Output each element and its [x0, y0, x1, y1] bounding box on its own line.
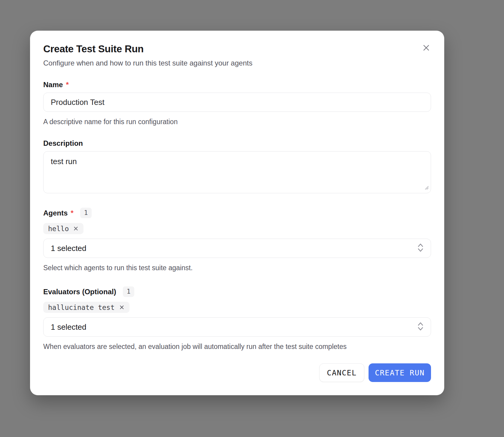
name-required-asterisk: * — [66, 81, 68, 89]
evaluators-chip-row: hallucinate test — [43, 302, 431, 313]
chevron-up-down-icon — [417, 242, 424, 255]
description-field-section: Description test run — [43, 139, 431, 193]
agents-select[interactable]: 1 selected — [43, 239, 431, 258]
name-helper-text: A descriptive name for this run configur… — [43, 118, 431, 126]
name-label: Name — [43, 81, 63, 89]
name-input[interactable] — [43, 93, 431, 112]
description-textarea[interactable]: test run — [43, 151, 431, 193]
create-test-suite-run-dialog: Create Test Suite Run Configure when and… — [30, 31, 444, 395]
close-button[interactable] — [421, 43, 431, 53]
agent-chip-label: hello — [48, 225, 69, 233]
evaluators-label: Evaluators (Optional) — [43, 288, 116, 296]
dialog-subtitle: Configure when and how to run this test … — [43, 59, 431, 67]
cancel-button[interactable]: CANCEL — [319, 363, 364, 382]
agents-field-section: Agents * 1 hello 1 selected — [43, 208, 431, 272]
agents-helper-text: Select which agents to run this test sui… — [43, 264, 431, 272]
description-label: Description — [43, 139, 83, 148]
agents-count-badge: 1 — [80, 208, 92, 218]
evaluators-count-badge: 1 — [123, 286, 135, 297]
chevron-up-down-icon — [417, 321, 424, 333]
evaluator-chip-remove-icon[interactable] — [119, 304, 125, 310]
evaluators-select-value: 1 selected — [51, 322, 87, 332]
evaluators-helper-text: When evaluators are selected, an evaluat… — [43, 343, 431, 351]
evaluator-chip-label: hallucinate test — [48, 304, 115, 311]
agents-label: Agents — [43, 209, 68, 217]
dialog-title: Create Test Suite Run — [43, 43, 431, 55]
agents-select-value: 1 selected — [51, 244, 87, 253]
evaluators-field-section: Evaluators (Optional) 1 hallucinate test… — [43, 286, 431, 351]
agent-chip-remove-icon[interactable] — [73, 226, 79, 231]
agent-chip: hello — [43, 223, 83, 234]
close-icon — [422, 43, 431, 53]
evaluators-select[interactable]: 1 selected — [43, 317, 431, 337]
agents-chip-row: hello — [43, 223, 431, 234]
name-field-section: Name * A descriptive name for this run c… — [43, 81, 431, 126]
dialog-footer: CANCEL CREATE RUN — [43, 363, 431, 382]
agents-required-asterisk: * — [71, 209, 73, 217]
evaluator-chip: hallucinate test — [43, 302, 129, 313]
create-run-button[interactable]: CREATE RUN — [369, 363, 431, 382]
